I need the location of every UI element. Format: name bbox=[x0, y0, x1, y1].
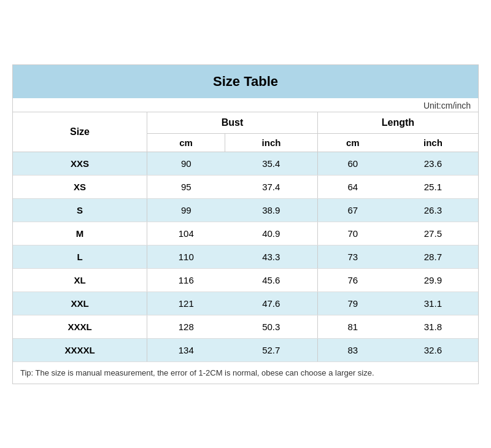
bust-cm-cell: 99 bbox=[147, 198, 225, 222]
bust-cm-cell: 134 bbox=[147, 338, 225, 361]
bust-inch-cell: 47.6 bbox=[225, 292, 318, 315]
length-inch-cell: 23.6 bbox=[388, 152, 478, 175]
table-row: XL11645.67629.9 bbox=[13, 268, 478, 292]
size-cell: XXL bbox=[13, 292, 147, 315]
bust-cm-cell: 116 bbox=[147, 268, 225, 292]
length-inch-cell: 31.8 bbox=[388, 315, 478, 338]
tip-row: Tip: The size is manual measurement, the… bbox=[13, 361, 478, 384]
length-cm-cell: 83 bbox=[317, 338, 387, 361]
bust-inch-cell: 35.4 bbox=[225, 152, 318, 175]
table-row: XXXXL13452.78332.6 bbox=[13, 338, 478, 361]
table-title: Size Table bbox=[13, 65, 478, 98]
table-row: XXS9035.46023.6 bbox=[13, 152, 478, 175]
size-cell: XL bbox=[13, 268, 147, 292]
size-cell: L bbox=[13, 245, 147, 268]
tip-text: Tip: The size is manual measurement, the… bbox=[13, 361, 478, 384]
length-inch-cell: 29.9 bbox=[388, 268, 478, 292]
length-inch-cell: 27.5 bbox=[388, 222, 478, 245]
size-cell: XXXXL bbox=[13, 338, 147, 361]
unit-row: Unit:cm/inch bbox=[13, 98, 478, 112]
size-cell: S bbox=[13, 198, 147, 222]
length-cm-cell: 70 bbox=[317, 222, 387, 245]
bust-cm-cell: 95 bbox=[147, 175, 225, 198]
bust-cm-header: cm bbox=[147, 133, 225, 152]
length-cm-cell: 81 bbox=[317, 315, 387, 338]
bust-inch-cell: 45.6 bbox=[225, 268, 318, 292]
length-inch-cell: 26.3 bbox=[388, 198, 478, 222]
bust-cm-cell: 121 bbox=[147, 292, 225, 315]
bust-column-header: Bust bbox=[147, 112, 318, 133]
length-column-header: Length bbox=[317, 112, 478, 133]
size-cell: XS bbox=[13, 175, 147, 198]
bust-inch-cell: 43.3 bbox=[225, 245, 318, 268]
length-inch-cell: 32.6 bbox=[388, 338, 478, 361]
bust-cm-cell: 128 bbox=[147, 315, 225, 338]
length-cm-cell: 73 bbox=[317, 245, 387, 268]
length-cm-cell: 67 bbox=[317, 198, 387, 222]
length-inch-cell: 31.1 bbox=[388, 292, 478, 315]
length-inch-cell: 25.1 bbox=[388, 175, 478, 198]
length-cm-cell: 76 bbox=[317, 268, 387, 292]
size-cell: XXXL bbox=[13, 315, 147, 338]
size-cell: XXS bbox=[13, 152, 147, 175]
bust-cm-cell: 110 bbox=[147, 245, 225, 268]
length-cm-cell: 79 bbox=[317, 292, 387, 315]
length-cm-cell: 60 bbox=[317, 152, 387, 175]
size-table-container: Size Table Unit:cm/inch Size Bust Length… bbox=[12, 64, 479, 384]
table-row: L11043.37328.7 bbox=[13, 245, 478, 268]
table-row: XXL12147.67931.1 bbox=[13, 292, 478, 315]
table-row: XXXL12850.38131.8 bbox=[13, 315, 478, 338]
length-cm-cell: 64 bbox=[317, 175, 387, 198]
table-row: XS9537.46425.1 bbox=[13, 175, 478, 198]
bust-inch-cell: 50.3 bbox=[225, 315, 318, 338]
table-row: M10440.97027.5 bbox=[13, 222, 478, 245]
length-inch-cell: 28.7 bbox=[388, 245, 478, 268]
bust-cm-cell: 104 bbox=[147, 222, 225, 245]
bust-cm-cell: 90 bbox=[147, 152, 225, 175]
unit-label: Unit:cm/inch bbox=[13, 98, 478, 112]
length-cm-header: cm bbox=[317, 133, 387, 152]
column-group-header: Size Bust Length bbox=[13, 112, 478, 133]
size-cell: M bbox=[13, 222, 147, 245]
length-inch-header: inch bbox=[388, 133, 478, 152]
size-column-header: Size bbox=[13, 112, 147, 152]
bust-inch-cell: 40.9 bbox=[225, 222, 318, 245]
bust-inch-cell: 52.7 bbox=[225, 338, 318, 361]
table-row: S9938.96726.3 bbox=[13, 198, 478, 222]
bust-inch-cell: 38.9 bbox=[225, 198, 318, 222]
data-rows: XXS9035.46023.6XS9537.46425.1S9938.96726… bbox=[13, 152, 478, 361]
bust-inch-header: inch bbox=[225, 133, 318, 152]
bust-inch-cell: 37.4 bbox=[225, 175, 318, 198]
